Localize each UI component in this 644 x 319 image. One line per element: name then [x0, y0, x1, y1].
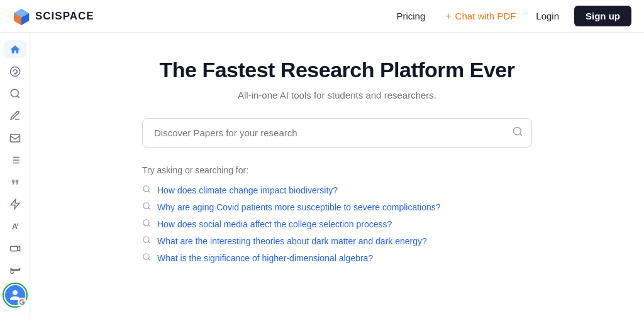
search-icon	[142, 202, 151, 212]
suggestion-text[interactable]: Why are aging Covid patients more suscep…	[157, 202, 441, 212]
plus-icon: +	[445, 11, 451, 22]
header-nav: Pricing + Chat with PDF Login Sign up	[391, 6, 631, 26]
svg-point-18	[143, 203, 149, 208]
sidebar-item-inbox[interactable]	[4, 129, 26, 147]
svg-point-4	[10, 67, 19, 76]
layout: Ai The Fastest Research Platform Ever Al…	[0, 33, 644, 319]
suggestion-text[interactable]: What are the interesting theories about …	[157, 236, 427, 246]
suggestions-section: Try asking or searching for: How does cl…	[142, 165, 532, 266]
signup-button[interactable]: Sign up	[574, 6, 631, 26]
hero-title: The Fastest Research Platform Ever	[159, 58, 514, 82]
header: SCISPACE Pricing + Chat with PDF Login S…	[0, 0, 644, 33]
sidebar-item-list[interactable]	[4, 151, 26, 169]
sidebar-item-pen[interactable]	[4, 107, 26, 125]
sidebar-bottom	[4, 284, 26, 311]
suggestion-text[interactable]: How does climate change impact biodivers…	[157, 185, 338, 195]
sidebar-item-chat[interactable]	[4, 62, 26, 80]
svg-point-19	[143, 220, 149, 225]
hero-subtitle: All-in-one AI tools for students and res…	[238, 90, 436, 100]
svg-rect-7	[10, 134, 19, 142]
suggestions-label: Try asking or searching for:	[142, 165, 532, 175]
search-box	[142, 118, 532, 148]
suggestion-item[interactable]: How does social media affect the college…	[142, 215, 532, 232]
suggestion-text[interactable]: What is the significance of higher-dimen…	[157, 253, 373, 263]
search-button[interactable]	[512, 126, 523, 140]
sidebar-item-quote[interactable]	[4, 173, 26, 192]
search-icon	[142, 252, 151, 263]
suggestion-text[interactable]: How does social media affect the college…	[157, 219, 392, 229]
svg-point-21	[143, 254, 149, 259]
suggestion-item[interactable]: How does climate change impact biodivers…	[142, 181, 532, 198]
svg-point-6	[11, 89, 18, 97]
sidebar-item-search[interactable]	[4, 85, 26, 103]
logo-text: SCISPACE	[35, 10, 94, 23]
suggestion-item[interactable]: Why are aging Covid patients more suscep…	[142, 198, 532, 215]
pricing-link[interactable]: Pricing	[391, 8, 430, 24]
svg-rect-15	[10, 246, 17, 251]
logo[interactable]: SCISPACE	[13, 8, 94, 25]
search-icon	[142, 185, 151, 195]
sidebar-item-announce[interactable]	[4, 262, 26, 280]
sidebar-item-bolt[interactable]	[4, 195, 26, 214]
main-content: The Fastest Research Platform Ever All-i…	[30, 33, 644, 319]
google-icon	[18, 298, 26, 306]
login-link[interactable]: Login	[531, 8, 564, 24]
suggestion-item[interactable]: What is the significance of higher-dimen…	[142, 249, 532, 266]
sidebar-item-type[interactable]: Ai	[4, 217, 26, 235]
svg-marker-14	[11, 200, 19, 209]
svg-point-16	[513, 127, 521, 134]
chat-pdf-link[interactable]: + Chat with PDF	[440, 8, 521, 24]
search-input[interactable]	[142, 118, 532, 148]
suggestion-item[interactable]: What are the interesting theories about …	[142, 232, 532, 249]
search-icon	[142, 219, 151, 229]
sidebar-item-video[interactable]	[4, 239, 26, 257]
svg-point-5	[14, 73, 16, 74]
svg-point-17	[143, 186, 149, 192]
user-avatar[interactable]	[4, 284, 26, 306]
sidebar-item-home[interactable]	[4, 40, 26, 58]
search-icon	[142, 235, 151, 246]
sidebar: Ai	[0, 33, 30, 319]
svg-point-20	[143, 237, 149, 242]
logo-icon	[13, 8, 30, 25]
